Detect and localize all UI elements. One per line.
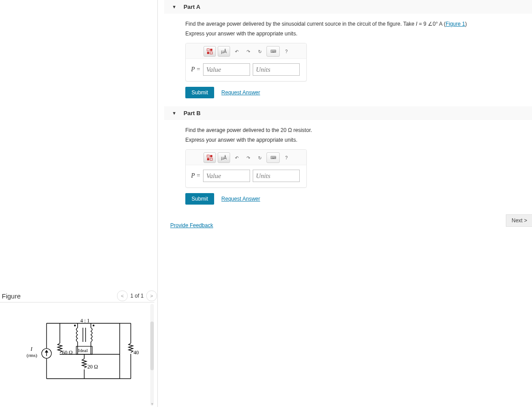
partb-question: Find the average power delivered to the … (185, 126, 528, 134)
figure-divider (0, 302, 154, 302)
format-template-icon[interactable] (203, 46, 216, 57)
svg-rect-36 (207, 52, 209, 54)
format-template-icon[interactable] (203, 152, 216, 163)
svg-rect-38 (207, 155, 209, 157)
partb-request-answer-link[interactable]: Request Answer (221, 196, 260, 202)
partb-header[interactable]: ▼ Part B (164, 106, 532, 120)
next-button[interactable]: Next > (506, 214, 532, 227)
partb-answer-panel: µÅ ↶ ↷ ↻ ⌨ ? P = (185, 149, 307, 188)
parta-submit-button[interactable]: Submit (185, 87, 214, 98)
parta-answer-panel: µÅ ↶ ↷ ↻ ⌨ ? P = (185, 43, 307, 81)
svg-text:I: I (30, 346, 33, 352)
figure-circuit: 4 : 1 Ideal I (rms) 60 Ω 20 Ω 40 Ω (24, 319, 140, 383)
partb-value-input[interactable] (203, 170, 250, 182)
svg-text:60 Ω: 60 Ω (62, 349, 73, 356)
scroll-down-icon[interactable]: ▾ (150, 402, 154, 406)
svg-point-5 (93, 325, 94, 326)
undo-icon[interactable]: ↶ (232, 47, 242, 56)
figure-title: Figure (2, 292, 21, 300)
partb-units-input[interactable] (253, 170, 300, 182)
help-button[interactable]: ? (282, 47, 291, 56)
figure-link[interactable]: Figure 1 (446, 21, 465, 27)
parta-header[interactable]: ▼ Part A (164, 0, 532, 14)
partb-hint: Express your answer with the appropriate… (185, 136, 528, 144)
help-button[interactable]: ? (282, 153, 291, 163)
figure-page: 1 of 1 (130, 293, 144, 299)
svg-rect-40 (207, 158, 209, 160)
svg-rect-37 (210, 52, 212, 54)
panel-divider (157, 0, 158, 407)
parta-title: Part A (184, 4, 200, 10)
svg-text:Ideal: Ideal (78, 348, 88, 353)
svg-text:4 : 1: 4 : 1 (80, 319, 90, 324)
figure-prev-button[interactable]: < (117, 291, 128, 301)
parta-hint: Express your answer with the appropriate… (185, 30, 528, 38)
redo-icon[interactable]: ↷ (243, 47, 253, 56)
parta-value-input[interactable] (203, 63, 250, 76)
caret-down-icon: ▼ (172, 4, 176, 9)
undo-icon[interactable]: ↶ (232, 153, 242, 163)
svg-rect-41 (210, 158, 212, 160)
partb-lhs-label: P = (191, 172, 200, 179)
keyboard-icon[interactable]: ⌨ (266, 46, 280, 57)
partb-submit-button[interactable]: Submit (185, 193, 214, 205)
svg-point-4 (74, 325, 76, 326)
parta-question: Find the average power delivered by the … (185, 20, 528, 28)
parta-request-answer-link[interactable]: Request Answer (221, 89, 260, 96)
symbol-mu-button[interactable]: µÅ (218, 46, 230, 57)
redo-icon[interactable]: ↷ (243, 153, 253, 163)
svg-rect-39 (210, 155, 212, 157)
reset-icon[interactable]: ↻ (255, 47, 265, 56)
keyboard-icon[interactable]: ⌨ (266, 152, 280, 163)
provide-feedback-link[interactable]: Provide Feedback (170, 222, 213, 229)
parta-units-input[interactable] (253, 63, 300, 76)
caret-down-icon: ▼ (172, 111, 176, 116)
scroll-thumb[interactable] (150, 322, 154, 370)
parta-lhs-label: P = (191, 66, 200, 73)
reset-icon[interactable]: ↻ (255, 153, 265, 163)
svg-text:20 Ω: 20 Ω (87, 364, 98, 370)
partb-title: Part B (184, 110, 200, 116)
symbol-mu-button[interactable]: µÅ (218, 152, 230, 163)
svg-text:40 Ω: 40 Ω (133, 349, 140, 356)
svg-text:(rms): (rms) (27, 353, 37, 358)
figure-scrollbar[interactable] (150, 304, 154, 406)
svg-rect-34 (207, 49, 209, 51)
figure-next-button[interactable]: > (146, 291, 157, 301)
svg-rect-35 (210, 49, 212, 51)
